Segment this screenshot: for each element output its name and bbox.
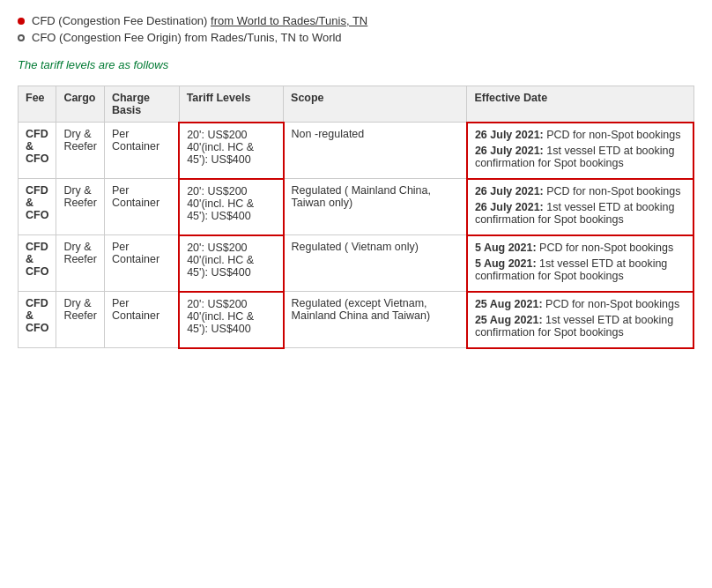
header-effective-date: Effective Date [467,86,693,123]
bullet-list: CFD (Congestion Fee Destination) from Wo… [18,14,694,44]
effective-date-line2: 26 July 2021: 1st vessel ETD at booking … [475,145,686,169]
table-header-row: Fee Cargo Charge Basis Tariff Levels Sco… [19,86,694,123]
effective-date-line1: 26 July 2021: PCD for non-Spot bookings [475,129,686,141]
effective-date-line2: 5 Aug 2021: 1st vessel ETD at booking co… [475,257,686,282]
date-bold-2: 25 Aug 2021: [475,314,543,326]
cell-tariff-levels: 20': US$20040'(incl. HC & 45'): US$400 [179,292,283,348]
cell-effective-date: 5 Aug 2021: PCD for non-Spot bookings5 A… [467,235,693,292]
table-row: CFD&CFODry &ReeferPerContainer20': US$20… [19,292,694,348]
cell-fee: CFD&CFO [19,292,56,348]
date-bold-2: 5 Aug 2021: [475,257,537,270]
effective-date-line1: 5 Aug 2021: PCD for non-Spot bookings [475,242,686,254]
cell-charge-basis: PerContainer [104,235,179,292]
cell-effective-date: 26 July 2021: PCD for non-Spot bookings2… [467,123,693,179]
cell-tariff-levels: 20': US$20040'(incl. HC & 45'): US$400 [179,123,283,179]
cell-fee: CFD&CFO [19,123,56,179]
header-fee: Fee [19,86,56,123]
header-scope: Scope [284,86,467,123]
bullet-dot-open [18,34,25,41]
header-cargo: Cargo [56,86,105,123]
cell-cargo: Dry &Reefer [56,123,105,179]
effective-date-line2: 26 July 2021: 1st vessel ETD at booking … [475,201,686,226]
bullet-item-cfd: CFD (Congestion Fee Destination) from Wo… [18,14,694,27]
date-bold-1: 26 July 2021: [475,129,544,141]
cell-cargo: Dry &Reefer [56,292,105,348]
cell-cargo: Dry &Reefer [56,235,105,292]
cell-tariff-levels: 20': US$20040'(incl. HC & 45'): US$400 [179,179,283,235]
tariff-intro-text: The tariff levels are as follows [18,58,694,71]
bullet-dot-filled [18,18,25,25]
cell-cargo: Dry &Reefer [56,179,105,235]
cell-scope: Regulated ( Vietnam only) [284,235,467,292]
table-row: CFD&CFODry &ReeferPerContainer20': US$20… [19,179,694,235]
table-row: CFD&CFODry &ReeferPerContainer20': US$20… [19,123,694,179]
bullet-text-cfd: CFD (Congestion Fee Destination) from Wo… [32,14,367,27]
cell-scope: Regulated (except Vietnam, Mainland Chin… [284,292,467,348]
header-charge-basis: Charge Basis [104,86,179,123]
cell-effective-date: 25 Aug 2021: PCD for non-Spot bookings25… [467,292,693,348]
cell-scope: Non -regulated [284,123,467,179]
bullet-text-cfo: CFO (Congestion Fee Origin) from Rades/T… [32,31,342,44]
date-bold-2: 26 July 2021: [475,201,544,213]
date-bold-2: 26 July 2021: [475,145,544,157]
cell-scope: Regulated ( Mainland China, Taiwan only) [284,179,467,235]
cell-charge-basis: PerContainer [104,292,179,348]
date-bold-1: 25 Aug 2021: [475,298,543,310]
effective-date-line1: 26 July 2021: PCD for non-Spot bookings [475,185,686,197]
header-tariff-levels: Tariff Levels [179,86,283,123]
effective-date-line1: 25 Aug 2021: PCD for non-Spot bookings [475,298,686,310]
table-row: CFD&CFODry &ReeferPerContainer20': US$20… [19,235,694,292]
effective-date-line2: 25 Aug 2021: 1st vessel ETD at booking c… [475,314,686,339]
cell-charge-basis: PerContainer [104,179,179,235]
date-bold-1: 26 July 2021: [475,185,544,197]
cell-fee: CFD&CFO [19,179,56,235]
cell-effective-date: 26 July 2021: PCD for non-Spot bookings2… [467,179,693,235]
cell-fee: CFD&CFO [19,235,56,292]
bullet-item-cfo: CFO (Congestion Fee Origin) from Rades/T… [18,31,694,44]
cell-charge-basis: PerContainer [104,123,179,179]
cell-tariff-levels: 20': US$20040'(incl. HC & 45'): US$400 [179,235,283,292]
date-bold-1: 5 Aug 2021: [475,242,537,254]
cfd-link: from World to Rades/Tunis, TN [211,14,367,27]
tariff-table: Fee Cargo Charge Basis Tariff Levels Sco… [18,86,694,349]
